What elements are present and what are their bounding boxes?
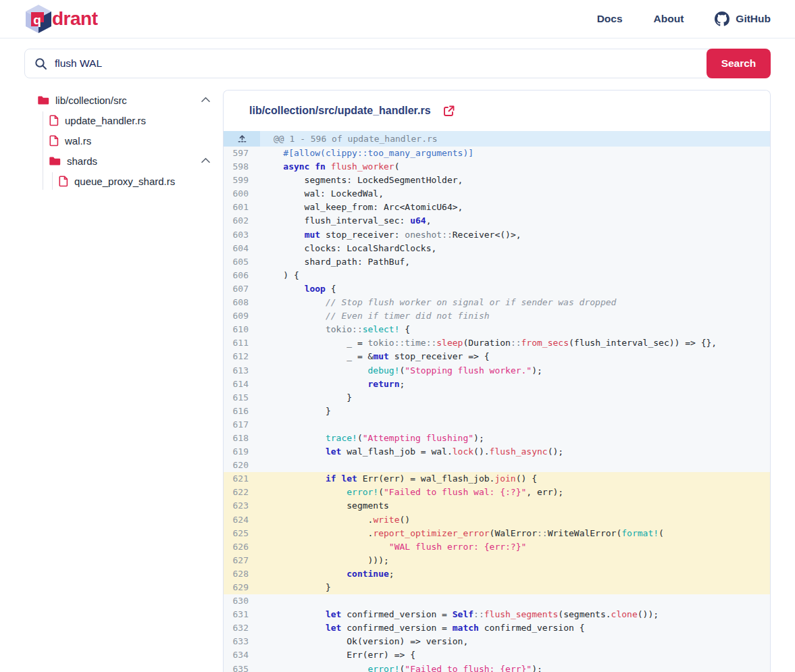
code-line-597: 597 #[allow(clippy::too_many_arguments)] [224, 147, 770, 160]
sidebar-item-lib-collection-src[interactable]: lib/collection/src [24, 90, 216, 110]
line-number: 619 [224, 445, 260, 459]
code-line-634: 634 Err(err) => { [224, 648, 770, 662]
code-line-615: 615 } [224, 391, 770, 405]
code-text: } [260, 581, 331, 594]
line-number: 631 [224, 608, 260, 621]
top-nav: Docs About GitHub [597, 11, 771, 26]
code-line-627: 627 ))); [224, 554, 770, 567]
line-number: 603 [224, 228, 260, 242]
line-number: 607 [224, 282, 260, 296]
sidebar-item-shards[interactable]: shards [24, 151, 216, 171]
main-content: lib/collection/src update_handler.rs wal… [0, 78, 795, 672]
line-number: 625 [224, 527, 260, 540]
search-box[interactable] [24, 49, 771, 78]
external-link-icon [442, 105, 455, 118]
code-line-610: 610 tokio::select! { [224, 323, 770, 336]
code-line-607: 607 loop { [224, 282, 770, 296]
code-text: _ = &mut stop_receiver => { [260, 350, 490, 363]
code-line-628: 628 continue; [224, 567, 770, 581]
line-number: 634 [224, 648, 260, 662]
nav-github-link[interactable]: GitHub [715, 11, 771, 26]
code-text: flush_interval_sec: u64, [260, 214, 431, 228]
expand-up-icon [237, 134, 247, 144]
code-text: let confirmed_version = Self::flush_segm… [260, 608, 659, 621]
code-text: if let Err(err) = wal_flash_job.join() { [260, 472, 537, 486]
folder-icon [38, 95, 49, 105]
top-header: q drant Docs About GitHub [0, 0, 795, 38]
code-line-614: 614 return; [224, 378, 770, 391]
expand-lines-button[interactable] [224, 131, 260, 147]
line-number: 613 [224, 364, 260, 378]
line-number: 629 [224, 581, 260, 594]
code-text: loop { [260, 282, 336, 296]
search-button[interactable]: Search [707, 49, 771, 78]
code-text [260, 594, 262, 608]
code-text: ))); [260, 554, 389, 567]
code-text: wal: LockedWal, [260, 187, 384, 201]
code-line-609: 609 // Even if timer did not finish [224, 309, 770, 323]
line-number: 618 [224, 432, 260, 445]
line-number: 600 [224, 187, 260, 201]
line-number: 620 [224, 459, 260, 472]
code-text: continue; [260, 567, 394, 581]
nav-github-label: GitHub [736, 13, 771, 25]
code-line-630: 630 [224, 594, 770, 608]
line-number: 606 [224, 269, 260, 282]
code-line-604: 604 clocks: LocalShardClocks, [224, 242, 770, 255]
code-text: debug!("Stopping flush worker."); [260, 364, 542, 378]
line-number: 608 [224, 296, 260, 309]
result-file-path-link[interactable]: lib/collection/src/update_handler.rs [249, 105, 431, 117]
open-external-button[interactable] [442, 105, 455, 118]
line-number: 605 [224, 255, 260, 269]
code-text: .write() [260, 513, 410, 527]
sidebar-item-queue-proxy-shard[interactable]: queue_proxy_shard.rs [24, 171, 216, 191]
line-number: 633 [224, 635, 260, 648]
brand-wordmark: drant [52, 8, 98, 30]
nav-about-link[interactable]: About [654, 13, 684, 25]
sidebar-item-wal[interactable]: wal.rs [24, 130, 216, 151]
code-text: Ok(version) => version, [260, 635, 468, 648]
qdrant-logo[interactable]: q drant [24, 3, 98, 34]
line-number: 599 [224, 174, 260, 187]
code-line-622: 622 error!("Failed to flush wal: {:?}", … [224, 486, 770, 499]
file-icon [49, 135, 59, 147]
line-number: 612 [224, 350, 260, 363]
code-text: } [260, 391, 352, 405]
code-text: error!("Failed to flush: {err}"); [260, 663, 542, 672]
hunk-header-text: @@ 1 - 596 of update_handler.rs [260, 131, 438, 147]
code-text [260, 459, 262, 472]
code-line-631: 631 let confirmed_version = Self::flush_… [224, 608, 770, 621]
code-text: _ = tokio::time::sleep(Duration::from_se… [260, 336, 717, 350]
code-line-611: 611 _ = tokio::time::sleep(Duration::fro… [224, 336, 770, 350]
search-input[interactable] [55, 57, 696, 70]
line-number: 611 [224, 336, 260, 350]
code-line-605: 605 shard_path: PathBuf, [224, 255, 770, 269]
code-line-626: 626 "WAL flush error: {err:?}" [224, 540, 770, 554]
chevron-up-icon[interactable] [201, 96, 211, 103]
code-text: .report_optimizer_error(WalError::WriteW… [260, 527, 664, 540]
code-text: tokio::select! { [260, 323, 410, 336]
code-line-621: 621 if let Err(err) = wal_flash_job.join… [224, 472, 770, 486]
code-text: trace!("Attempting flushing"); [260, 432, 484, 445]
sidebar-item-update-handler[interactable]: update_handler.rs [24, 110, 216, 130]
code-line-612: 612 _ = &mut stop_receiver => { [224, 350, 770, 363]
line-number: 635 [224, 663, 260, 672]
svg-text:q: q [33, 13, 41, 27]
code-line-617: 617 [224, 418, 770, 432]
code-line-608: 608 // Stop flush worker on signal or if… [224, 296, 770, 309]
line-number: 621 [224, 472, 260, 486]
chevron-up-icon[interactable] [201, 157, 211, 164]
tree-item-label: update_handler.rs [65, 115, 146, 126]
line-number: 610 [224, 323, 260, 336]
qdrant-cube-icon: q [24, 3, 53, 34]
code-line-613: 613 debug!("Stopping flush worker."); [224, 364, 770, 378]
tree-item-label: queue_proxy_shard.rs [74, 176, 175, 187]
nav-docs-link[interactable]: Docs [597, 13, 623, 25]
code-text: // Stop flush worker on signal or if sen… [260, 296, 616, 309]
file-icon [49, 115, 59, 126]
code-text: let wal_flash_job = wal.lock().flush_asy… [260, 445, 563, 459]
file-tree-sidebar: lib/collection/src update_handler.rs wal… [24, 90, 216, 191]
code-text: Err(err) => { [260, 648, 415, 662]
hunk-header-row: @@ 1 - 596 of update_handler.rs [224, 131, 770, 147]
code-text: #[allow(clippy::too_many_arguments)] [260, 147, 473, 160]
